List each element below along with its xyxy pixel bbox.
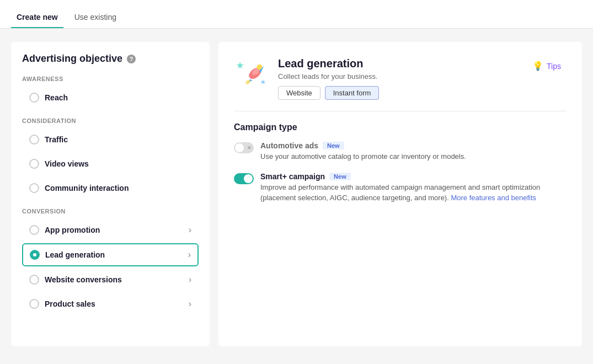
tag-website[interactable]: Website (278, 86, 320, 100)
sidebar-title: Advertising objective ? (22, 53, 199, 65)
sidebar-item-lead-generation[interactable]: Lead generation › (22, 243, 199, 266)
product-sales-label: Product sales (45, 299, 95, 308)
svg-marker-0 (237, 62, 244, 69)
radio-traffic (29, 135, 39, 144)
smart-plus-toggle[interactable] (234, 173, 254, 184)
right-panel: Lead generation Collect leads for your b… (218, 42, 582, 346)
tab-bar: Create new Use existing (0, 0, 593, 29)
sidebar-item-product-sales[interactable]: Product sales › (22, 293, 199, 315)
smart-plus-label: Smart+ campaign (260, 172, 325, 181)
sidebar-item-app-promotion[interactable]: App promotion › (22, 219, 199, 241)
lead-generation-icon (234, 57, 269, 93)
sidebar-title-text: Advertising objective (22, 53, 122, 65)
radio-community-interaction (29, 183, 39, 193)
tips-label: Tips (547, 62, 561, 71)
tag-buttons: Website Instant form (278, 86, 379, 100)
chevron-product-sales: › (189, 299, 191, 309)
radio-video-views (29, 159, 39, 169)
tab-use-existing[interactable]: Use existing (69, 5, 122, 28)
radio-product-sales (29, 299, 39, 309)
website-conversions-label: Website conversions (45, 275, 122, 284)
tab-create-new[interactable]: Create new (11, 5, 63, 28)
tips-icon: 💡 (532, 61, 543, 71)
tips-button[interactable]: 💡 Tips (527, 57, 567, 74)
section-label-awareness: Awareness (22, 76, 199, 82)
video-views-label: Video views (45, 159, 89, 168)
traffic-label: Traffic (45, 135, 68, 144)
radio-reach (29, 93, 39, 103)
sidebar-item-website-conversions[interactable]: Website conversions › (22, 269, 199, 291)
radio-lead-generation (30, 250, 40, 260)
reach-label: Reach (45, 93, 68, 102)
smart-plus-new-badge: New (329, 173, 351, 180)
sidebar-item-traffic[interactable]: Traffic (22, 129, 199, 151)
campaign-type-section: Campaign type Automotive ads New Use you… (234, 122, 567, 204)
svg-marker-7 (260, 79, 266, 84)
community-interaction-label: Community interaction (45, 184, 129, 192)
help-icon[interactable]: ? (127, 55, 136, 63)
smart-plus-link[interactable]: More features and benefits (451, 194, 536, 202)
campaign-option-smart-plus: Smart+ campaign New Improve ad performan… (234, 172, 567, 204)
automotive-desc: Use your automotive catalog to promote c… (260, 151, 466, 162)
sidebar-item-community-interaction[interactable]: Community interaction (22, 177, 199, 199)
objective-subtitle: Collect leads for your business. (278, 72, 379, 81)
objective-title: Lead generation (278, 57, 379, 70)
chevron-app-promotion: › (189, 225, 191, 235)
radio-website-conversions (29, 275, 39, 285)
objective-header: Lead generation Collect leads for your b… (234, 57, 567, 111)
radio-app-promotion (29, 225, 39, 235)
automotive-label: Automotive ads (260, 141, 318, 150)
tag-instant-form[interactable]: Instant form (325, 86, 380, 100)
campaign-option-automotive: Automotive ads New Use your automotive c… (234, 141, 567, 162)
app-promotion-label: App promotion (45, 226, 100, 234)
chevron-website-conversions: › (189, 275, 191, 285)
smart-plus-desc: Improve ad performance with automated ca… (260, 182, 567, 204)
lead-generation-label: Lead generation (45, 250, 105, 259)
automotive-new-badge: New (323, 142, 344, 149)
section-label-consideration: Consideration (22, 117, 199, 124)
campaign-type-title: Campaign type (234, 122, 567, 132)
sidebar-item-video-views[interactable]: Video views (22, 153, 199, 175)
main-container: Advertising objective ? Awareness Reach … (0, 29, 593, 360)
automotive-toggle[interactable] (234, 142, 254, 153)
svg-point-6 (257, 65, 263, 70)
section-label-conversion: Conversion (22, 208, 199, 215)
sidebar: Advertising objective ? Awareness Reach … (11, 42, 210, 346)
chevron-lead-generation: › (188, 250, 191, 260)
sidebar-item-reach[interactable]: Reach (22, 87, 199, 109)
